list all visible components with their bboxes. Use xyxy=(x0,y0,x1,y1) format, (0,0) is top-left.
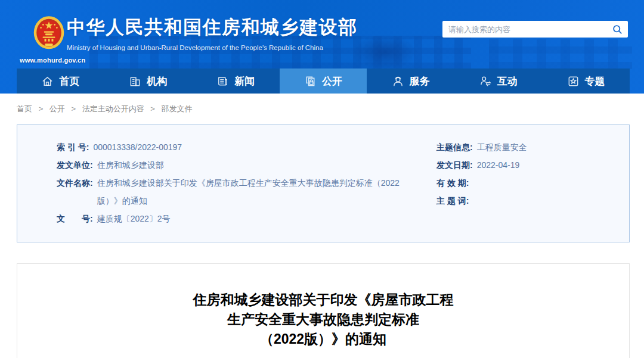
search-button[interactable] xyxy=(606,21,628,38)
interact-icon xyxy=(479,75,492,88)
nav-item-disclosure[interactable]: 公开 xyxy=(280,69,367,94)
meta-row-validity: 有 效 期: xyxy=(436,174,629,192)
breadcrumb-item-disclosure[interactable]: 公开 xyxy=(49,104,65,113)
site-header: www.mohurd.gov.cn 中华人民共和国住房和城乡建设部 Minist… xyxy=(0,0,644,94)
meta-value: 工程质量安全 xyxy=(477,138,527,156)
service-icon xyxy=(392,75,404,88)
article-content-box: 住房和城乡建设部关于印发《房屋市政工程 生产安全重大事故隐患判定标准 （2022… xyxy=(17,263,630,358)
meta-label: 索 引 号: xyxy=(57,138,89,156)
meta-row-document-name: 文件名称: 住房和城乡建设部关于印发《房屋市政工程生产安全重大事故隐患判定标准（… xyxy=(57,174,422,210)
meta-row-issuing-unit: 发文单位: 住房和城乡建设部 xyxy=(57,156,422,174)
meta-label: 发文日期: xyxy=(436,156,473,174)
nav-item-services[interactable]: 服务 xyxy=(367,69,454,94)
nav-label: 服务 xyxy=(410,74,430,88)
meta-row-keywords: 主 题 词: xyxy=(436,192,629,210)
main-nav: 首页 机构 新闻 xyxy=(17,69,630,94)
article-title-line: （2022版）》的通知 xyxy=(53,329,593,349)
meta-right-column: 主题信息: 工程质量安全 发文日期: 2022-04-19 有 效 期: 主 题… xyxy=(422,138,629,228)
header-tree-decor xyxy=(352,35,417,70)
meta-row-issue-date: 发文日期: 2022-04-19 xyxy=(436,156,629,174)
meta-row-document-number: 文 号: 建质规〔2022〕2号 xyxy=(57,210,422,228)
topic-icon xyxy=(567,75,580,88)
meta-label: 主题信息: xyxy=(436,138,473,156)
nav-item-interact[interactable]: 互动 xyxy=(454,69,542,94)
meta-row-topic-info: 主题信息: 工程质量安全 xyxy=(436,138,629,156)
site-url: www.mohurd.gov.cn xyxy=(20,57,85,64)
nav-item-home[interactable]: 首页 xyxy=(17,69,104,94)
news-icon xyxy=(216,75,229,88)
meta-value: 住房和城乡建设部 xyxy=(97,156,164,174)
meta-label: 有 效 期: xyxy=(436,174,469,192)
breadcrumb-separator: > xyxy=(39,104,44,113)
meta-left-column: 索 引 号: 000013338/2022-00197 发文单位: 住房和城乡建… xyxy=(17,138,422,228)
meta-label: 文 号: xyxy=(57,210,93,228)
site-subtitle-en: Ministry of Housing and Urban-Rural Deve… xyxy=(67,44,358,51)
nav-item-topics[interactable]: 专题 xyxy=(542,69,630,94)
breadcrumb-item-statutory[interactable]: 法定主动公开内容 xyxy=(82,104,144,113)
site-title: 中华人民共和国住房和城乡建设部 xyxy=(67,15,358,40)
header-building-decor-right xyxy=(489,39,632,69)
article-title-line: 住房和城乡建设部关于印发《房屋市政工程 xyxy=(53,290,593,310)
meta-value: 住房和城乡建设部关于印发《房屋市政工程生产安全重大事故隐患判定标准（2022版）… xyxy=(97,174,422,210)
article-title: 住房和城乡建设部关于印发《房屋市政工程 生产安全重大事故隐患判定标准 （2022… xyxy=(53,290,593,349)
disclosure-icon xyxy=(304,75,317,88)
breadcrumb-separator: > xyxy=(150,104,155,113)
meta-value: 000013338/2022-00197 xyxy=(93,138,182,156)
breadcrumb: 首页 > 公开 > 法定主动公开内容 > 部发文件 xyxy=(17,104,644,114)
nav-label: 公开 xyxy=(322,74,342,88)
meta-value: 2022-04-19 xyxy=(477,156,520,174)
building-icon xyxy=(129,75,141,88)
meta-label: 发文单位: xyxy=(57,156,93,174)
nav-item-news[interactable]: 新闻 xyxy=(192,69,280,94)
nav-label: 首页 xyxy=(59,74,79,88)
home-icon xyxy=(41,75,54,88)
article-title-line: 生产安全重大事故隐患判定标准 xyxy=(53,310,593,329)
breadcrumb-item-documents[interactable]: 部发文件 xyxy=(162,104,193,113)
nav-label: 机构 xyxy=(147,74,167,88)
nav-item-orgs[interactable]: 机构 xyxy=(104,69,192,94)
nav-label: 互动 xyxy=(497,74,518,88)
meta-value: 建质规〔2022〕2号 xyxy=(97,210,171,228)
breadcrumb-separator: > xyxy=(71,104,76,113)
national-emblem-logo xyxy=(33,16,64,52)
breadcrumb-item-home[interactable]: 首页 xyxy=(17,104,32,113)
meta-label: 主 题 词: xyxy=(436,192,469,210)
search-icon xyxy=(612,24,623,35)
search-box xyxy=(442,21,628,38)
nav-label: 专题 xyxy=(585,74,605,88)
meta-label: 文件名称: xyxy=(57,174,93,210)
document-meta-box: 索 引 号: 000013338/2022-00197 发文单位: 住房和城乡建… xyxy=(17,124,630,242)
meta-row-index-number: 索 引 号: 000013338/2022-00197 xyxy=(57,138,422,156)
search-input[interactable] xyxy=(442,21,606,38)
site-title-block: 中华人民共和国住房和城乡建设部 Ministry of Housing and … xyxy=(67,15,358,51)
nav-label: 新闻 xyxy=(234,74,255,88)
